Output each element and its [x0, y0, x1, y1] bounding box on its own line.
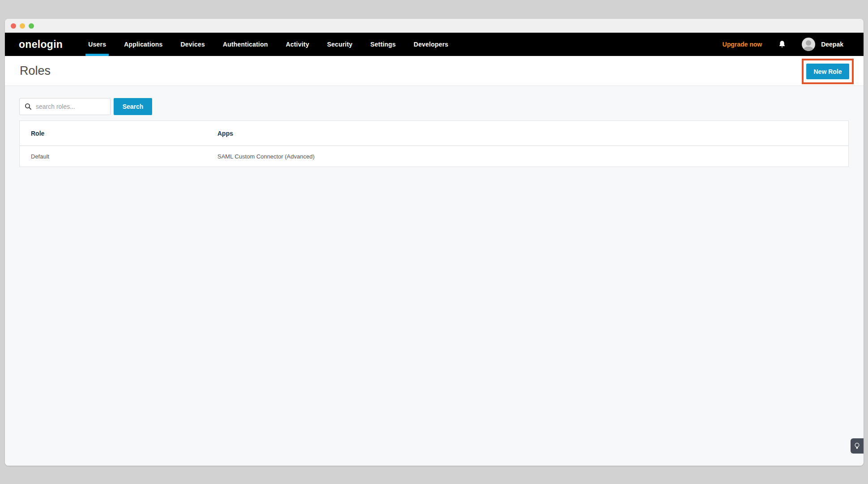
nav-item-applications[interactable]: Applications	[124, 33, 162, 56]
search-box	[19, 98, 111, 115]
main-content: Search Role Apps Default SAML Custom Con…	[5, 86, 864, 466]
close-window-button[interactable]	[11, 23, 16, 29]
nav-menu: Users Applications Devices Authenticatio…	[88, 33, 448, 56]
role-apps-cell: SAML Custom Connector (Advanced)	[206, 153, 848, 160]
nav-item-activity[interactable]: Activity	[286, 33, 309, 56]
search-button[interactable]: Search	[114, 98, 152, 115]
column-header-apps: Apps	[206, 130, 848, 137]
nav-item-label: Applications	[124, 41, 162, 48]
avatar-shoulders-shape	[804, 47, 813, 51]
column-header-role: Role	[20, 130, 206, 137]
onelogin-logo: onelogin	[19, 39, 63, 51]
search-row: Search	[19, 98, 152, 115]
nav-item-security[interactable]: Security	[327, 33, 353, 56]
upgrade-now-link[interactable]: Upgrade now	[723, 41, 762, 48]
nav-item-label: Devices	[181, 41, 205, 48]
nav-item-label: Activity	[286, 41, 309, 48]
nav-item-authentication[interactable]: Authentication	[223, 33, 268, 56]
page-title: Roles	[20, 64, 51, 78]
page-header: Roles New Role	[5, 56, 864, 86]
nav-item-developers[interactable]: Developers	[414, 33, 448, 56]
lightbulb-icon	[854, 442, 860, 450]
navbar-right-group: Upgrade now Deepak	[723, 33, 843, 56]
maximize-window-button[interactable]	[29, 23, 34, 29]
table-header-row: Role Apps	[20, 121, 848, 146]
search-input[interactable]	[19, 98, 111, 115]
new-role-button[interactable]: New Role	[806, 64, 849, 79]
window-titlebar	[5, 19, 864, 33]
role-name-cell[interactable]: Default	[20, 153, 206, 160]
help-lightbulb-tab[interactable]	[851, 438, 864, 454]
browser-window: onelogin Users Applications Devices Auth…	[5, 19, 864, 466]
nav-item-label: Users	[88, 41, 106, 48]
roles-table: Role Apps Default SAML Custom Connector …	[19, 120, 849, 167]
avatar-head-shape	[806, 40, 811, 46]
nav-item-label: Security	[327, 41, 353, 48]
top-navbar: onelogin Users Applications Devices Auth…	[5, 33, 864, 56]
minimize-window-button[interactable]	[20, 23, 25, 29]
notifications-bell-icon[interactable]	[779, 40, 786, 48]
table-row[interactable]: Default SAML Custom Connector (Advanced)	[20, 146, 848, 167]
user-name[interactable]: Deepak	[821, 41, 843, 48]
nav-item-label: Developers	[414, 41, 448, 48]
nav-item-users[interactable]: Users	[88, 33, 106, 56]
nav-item-devices[interactable]: Devices	[181, 33, 205, 56]
nav-item-settings[interactable]: Settings	[370, 33, 396, 56]
user-avatar[interactable]	[802, 38, 815, 51]
nav-item-label: Authentication	[223, 41, 268, 48]
annotation-highlight-box: New Role	[802, 59, 854, 84]
nav-item-label: Settings	[370, 41, 396, 48]
